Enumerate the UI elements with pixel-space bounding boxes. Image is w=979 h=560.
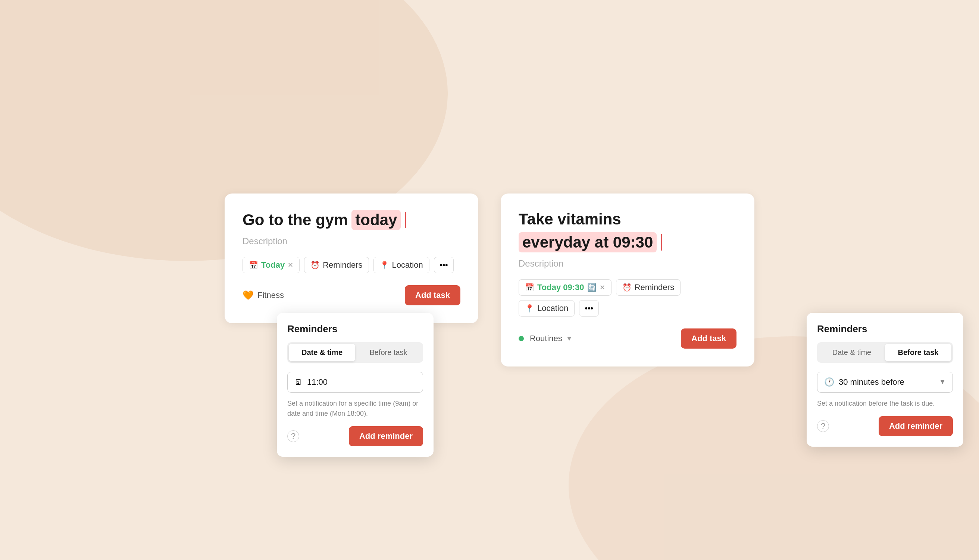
card1-tags: 📅 Today ✕ ⏰ Reminders 📍 Location ••• xyxy=(242,257,460,273)
card1-title: Go to the gym today xyxy=(242,210,460,230)
card2-date-label: Today 09:30 xyxy=(537,283,584,292)
repeat-icon: 🔄 xyxy=(587,283,596,292)
card1-add-task-button[interactable]: Add task xyxy=(405,285,460,305)
card2-tags: 📅 Today 09:30 🔄 ✕ ⏰ Reminders 📍 Location… xyxy=(519,279,737,317)
card1: Go to the gym today Description 📅 Today … xyxy=(225,193,478,323)
card1-popup-hint: Set a notification for a specific time (… xyxy=(287,398,423,419)
card1-reminders-label: Reminders xyxy=(323,260,362,270)
card1-time-input-row: 🗓 xyxy=(287,372,423,393)
card1-reminders-popup: Reminders Date & time Before task 🗓 Set … xyxy=(277,313,434,457)
reminder-icon: ⏰ xyxy=(311,261,320,270)
card2-dropdown-value: 30 minutes before xyxy=(839,377,904,387)
card2-category-chevron: ▼ xyxy=(566,335,573,343)
card2-dropdown-left: 🕐 30 minutes before xyxy=(824,377,904,387)
card1-title-text: Go to the gym xyxy=(242,211,348,229)
card2-date-tag[interactable]: 📅 Today 09:30 🔄 ✕ xyxy=(519,279,611,296)
calendar-icon: 📅 xyxy=(249,261,258,270)
card1-footer-left: 🧡 Fitness xyxy=(242,290,284,300)
card1-description: Description xyxy=(242,236,460,247)
card1-reminders-tag[interactable]: ⏰ Reminders xyxy=(304,257,369,273)
card1-date-tag[interactable]: 📅 Today ✕ xyxy=(242,257,300,273)
card1-footer: 🧡 Fitness Add task xyxy=(242,285,460,305)
card1-more-tag[interactable]: ••• xyxy=(434,257,454,273)
card2-minutes-dropdown[interactable]: 🕐 30 minutes before ▼ xyxy=(817,372,953,393)
card2-reminders-tag[interactable]: ⏰ Reminders xyxy=(616,279,680,296)
card1-tab-before-task[interactable]: Before task xyxy=(355,344,422,361)
card2-add-task-button[interactable]: Add task xyxy=(681,328,737,348)
clock-icon-2: 🕐 xyxy=(824,377,834,387)
card2-date-close-icon[interactable]: ✕ xyxy=(600,283,605,292)
location-icon: 📍 xyxy=(380,261,389,270)
card1-wrapper: Go to the gym today Description 📅 Today … xyxy=(225,193,478,323)
card2-title: Take vitamins everyday at 09:30 xyxy=(519,210,737,253)
card2-more-tag[interactable]: ••• xyxy=(579,300,599,317)
card2-add-reminder-button[interactable]: Add reminder xyxy=(879,416,953,436)
card1-tab-date-time[interactable]: Date & time xyxy=(289,344,355,361)
card2-title-text: Take vitamins xyxy=(519,210,621,228)
card2-location-tag[interactable]: 📍 Location xyxy=(519,300,575,317)
card2-location-label: Location xyxy=(537,303,568,313)
card2-popup-title: Reminders xyxy=(817,323,953,335)
card2-popup-footer: ? Add reminder xyxy=(817,416,953,436)
calendar-icon-2: 📅 xyxy=(525,283,534,292)
card2-wrapper: Take vitamins everyday at 09:30 Descript… xyxy=(501,193,754,367)
card2-category-label: Routines xyxy=(530,334,562,343)
card2-description: Description xyxy=(519,258,737,269)
card1-add-reminder-button[interactable]: Add reminder xyxy=(349,426,423,446)
card1-location-tag[interactable]: 📍 Location xyxy=(373,257,429,273)
person-icon: 🧡 xyxy=(242,290,254,300)
card1-cursor xyxy=(405,212,406,228)
card2-help-icon[interactable]: ? xyxy=(817,420,829,432)
card1-date-label: Today xyxy=(261,260,285,270)
card2-footer: Routines ▼ Add task xyxy=(519,328,737,348)
card1-popup-footer: ? Add reminder xyxy=(287,426,423,446)
card1-popup-title: Reminders xyxy=(287,323,423,335)
card2-reminders-label: Reminders xyxy=(635,283,674,292)
reminder-icon-2: ⏰ xyxy=(622,283,632,292)
cards-container: Go to the gym today Description 📅 Today … xyxy=(225,193,754,367)
card1-help-icon[interactable]: ? xyxy=(287,430,299,442)
dropdown-chevron-icon: ▼ xyxy=(939,378,946,386)
card1-title-highlight: today xyxy=(351,210,401,230)
card1-category-label: Fitness xyxy=(257,290,284,300)
card1-location-label: Location xyxy=(392,260,423,270)
clock-icon: 🗓 xyxy=(294,377,302,387)
card1-date-close-icon[interactable]: ✕ xyxy=(287,261,293,269)
card2-tab-before-task[interactable]: Before task xyxy=(885,344,951,361)
card1-popup-tabs: Date & time Before task xyxy=(287,342,423,363)
card1-time-input[interactable] xyxy=(307,377,416,387)
card2-footer-left: Routines ▼ xyxy=(519,334,573,343)
card2-cursor xyxy=(661,234,662,250)
card2-title-highlight: everyday at 09:30 xyxy=(519,232,657,252)
routines-dot xyxy=(519,336,524,341)
card2-tab-date-time[interactable]: Date & time xyxy=(819,344,885,361)
card2-popup-hint: Set a notification before the task is du… xyxy=(817,398,953,408)
card2-popup-tabs: Date & time Before task xyxy=(817,342,953,363)
location-icon-2: 📍 xyxy=(525,304,534,313)
card2-reminders-popup: Reminders Date & time Before task 🕐 30 m… xyxy=(807,313,963,447)
card2: Take vitamins everyday at 09:30 Descript… xyxy=(501,193,754,367)
